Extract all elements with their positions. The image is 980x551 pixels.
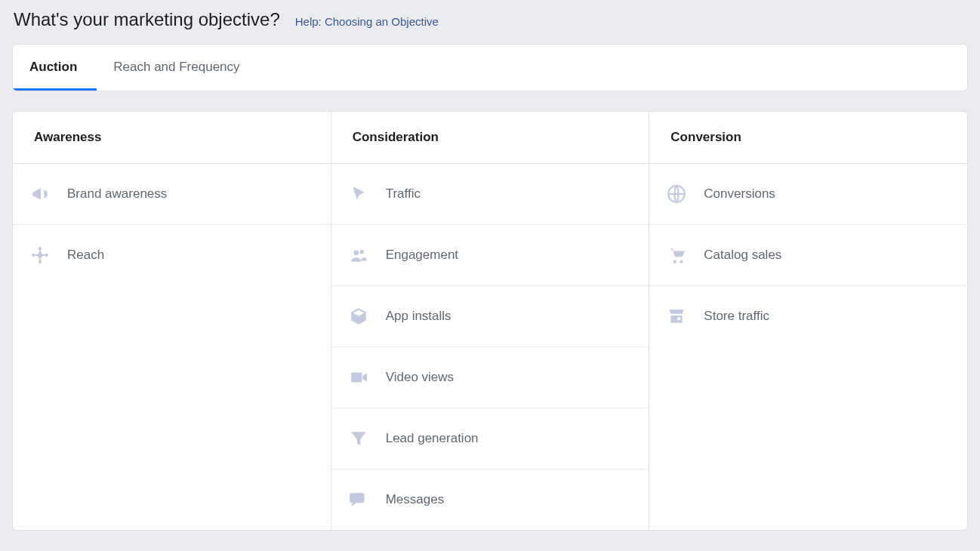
objective-catalog-sales[interactable]: Catalog sales	[649, 225, 967, 286]
svg-point-8	[673, 260, 676, 263]
tab-reach-and-frequency[interactable]: Reach and Frequency	[97, 45, 259, 91]
svg-point-5	[353, 251, 359, 256]
objectives-grid: Awareness Brand awareness Reach Consider…	[12, 111, 968, 531]
tab-auction[interactable]: Auction	[13, 45, 97, 91]
objective-label: Catalog sales	[704, 248, 781, 263]
svg-point-4	[39, 260, 42, 263]
objective-traffic[interactable]: Traffic	[331, 164, 649, 225]
column-awareness-title: Awareness	[13, 112, 331, 164]
globe-icon	[666, 183, 687, 205]
cart-icon	[666, 245, 687, 266]
column-conversion: Conversion Conversions Catalog sales Sto…	[649, 112, 967, 530]
svg-point-2	[45, 254, 48, 257]
objective-conversions[interactable]: Conversions	[649, 164, 967, 225]
objective-engagement[interactable]: Engagement	[331, 225, 649, 286]
people-icon	[348, 245, 369, 266]
tabs-container: Auction Reach and Frequency	[12, 44, 968, 91]
cursor-icon	[348, 183, 369, 205]
column-conversion-title: Conversion	[649, 112, 967, 164]
objective-label: App installs	[386, 309, 451, 324]
funnel-icon	[348, 428, 369, 449]
column-consideration: Consideration Traffic Engagement App ins…	[331, 112, 650, 530]
column-consideration-title: Consideration	[331, 112, 649, 164]
objective-brand-awareness[interactable]: Brand awareness	[13, 164, 331, 225]
objective-reach[interactable]: Reach	[13, 225, 331, 285]
page-title: What's your marketing objective?	[14, 9, 280, 30]
objective-label: Lead generation	[386, 431, 479, 446]
column-awareness: Awareness Brand awareness Reach	[13, 112, 331, 530]
objective-label: Conversions	[704, 186, 775, 202]
video-icon	[348, 367, 369, 388]
objective-app-installs[interactable]: App installs	[331, 286, 649, 347]
objective-label: Store traffic	[704, 309, 769, 324]
objective-label: Traffic	[386, 186, 421, 202]
objective-label: Brand awareness	[67, 186, 167, 202]
store-icon	[666, 306, 687, 327]
chat-icon	[348, 489, 369, 510]
svg-point-6	[359, 250, 363, 254]
help-link[interactable]: Help: Choosing an Objective	[295, 15, 439, 28]
objective-label: Reach	[67, 248, 104, 263]
svg-point-9	[680, 260, 683, 263]
objective-label: Video views	[386, 370, 454, 385]
objective-label: Messages	[386, 492, 444, 507]
objective-video-views[interactable]: Video views	[331, 347, 649, 408]
box-icon	[348, 306, 369, 327]
objective-store-traffic[interactable]: Store traffic	[649, 286, 967, 346]
objective-lead-generation[interactable]: Lead generation	[331, 408, 649, 469]
svg-point-1	[32, 254, 35, 257]
network-icon	[29, 245, 51, 266]
megaphone-icon	[29, 183, 51, 205]
svg-point-3	[39, 247, 42, 250]
objective-label: Engagement	[386, 248, 458, 263]
objective-messages[interactable]: Messages	[331, 469, 649, 530]
page-header: What's your marketing objective? Help: C…	[12, 9, 968, 30]
